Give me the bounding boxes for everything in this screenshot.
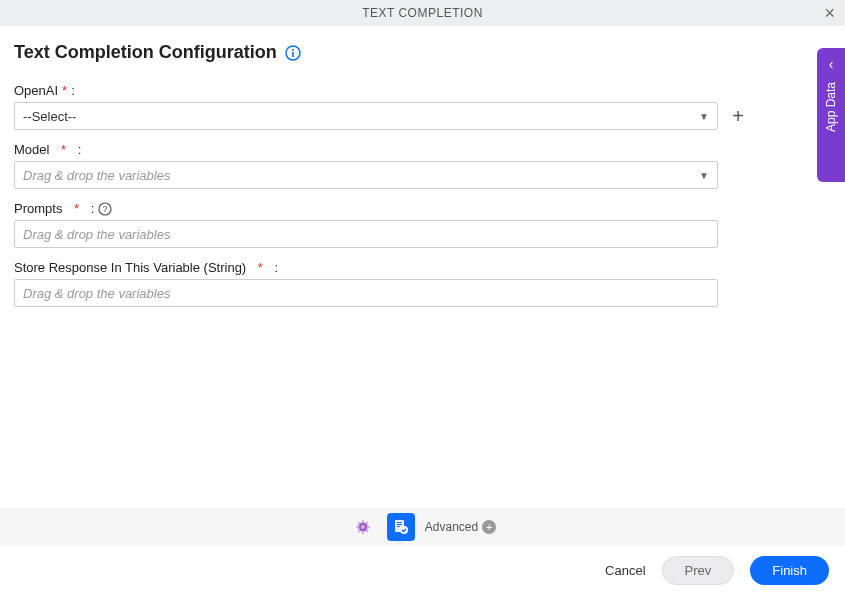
model-label-text: Model	[14, 142, 49, 157]
cancel-button[interactable]: Cancel	[605, 563, 645, 578]
prompts-input[interactable]: Drag & drop the variables	[14, 220, 718, 248]
openai-select-value: --Select--	[23, 109, 699, 124]
gear-icon[interactable]	[349, 513, 377, 541]
colon: :	[71, 83, 75, 98]
prev-button[interactable]: Prev	[662, 556, 735, 585]
openai-label: OpenAI*:	[14, 83, 831, 98]
prompts-field: Prompts * : ? Drag & drop the variables	[14, 201, 831, 248]
page-title: Text Completion Configuration	[14, 42, 277, 63]
close-icon[interactable]: ×	[824, 4, 835, 22]
finish-button[interactable]: Finish	[750, 556, 829, 585]
openai-row: --Select-- ▼ +	[14, 102, 831, 130]
footer: Cancel Prev Finish	[0, 546, 845, 594]
svg-rect-8	[397, 526, 400, 527]
app-data-tab[interactable]: ‹ App Data	[817, 48, 845, 182]
required-mark: *	[258, 260, 263, 275]
form-body: Text Completion Configuration OpenAI*: -…	[0, 26, 845, 307]
store-response-placeholder: Drag & drop the variables	[23, 286, 170, 301]
chevron-down-icon: ▼	[699, 170, 709, 181]
info-icon[interactable]	[285, 45, 301, 61]
model-field: Model * : Drag & drop the variables ▼	[14, 142, 831, 189]
store-response-input[interactable]: Drag & drop the variables	[14, 279, 718, 307]
chevron-left-icon: ‹	[829, 56, 834, 72]
required-mark: *	[61, 142, 66, 157]
app-data-label: App Data	[824, 82, 838, 132]
prompts-label: Prompts * : ?	[14, 201, 831, 216]
advanced-toggle[interactable]: Advanced +	[425, 520, 496, 534]
add-openai-button[interactable]: +	[726, 104, 750, 128]
colon: :	[91, 201, 95, 216]
colon: :	[275, 260, 279, 275]
required-mark: *	[74, 201, 79, 216]
plus-circle-icon: +	[482, 520, 496, 534]
openai-label-text: OpenAI	[14, 83, 58, 98]
toolbar: Advanced +	[0, 508, 845, 546]
store-response-label: Store Response In This Variable (String)…	[14, 260, 831, 275]
prompts-label-text: Prompts	[14, 201, 62, 216]
openai-select[interactable]: --Select-- ▼	[14, 102, 718, 130]
advanced-label-text: Advanced	[425, 520, 478, 534]
openai-field: OpenAI*: --Select-- ▼ +	[14, 83, 831, 130]
dialog-header: TEXT COMPLETION ×	[0, 0, 845, 26]
required-mark: *	[62, 83, 67, 98]
svg-point-1	[292, 49, 294, 51]
help-icon[interactable]: ?	[98, 202, 112, 216]
prompts-placeholder: Drag & drop the variables	[23, 227, 170, 242]
model-select[interactable]: Drag & drop the variables ▼	[14, 161, 718, 189]
svg-text:?: ?	[103, 204, 108, 214]
svg-rect-6	[397, 522, 402, 523]
svg-rect-2	[292, 52, 294, 57]
model-label: Model * :	[14, 142, 831, 157]
store-response-label-text: Store Response In This Variable (String)	[14, 260, 246, 275]
store-response-field: Store Response In This Variable (String)…	[14, 260, 831, 307]
dialog-title: TEXT COMPLETION	[362, 6, 483, 20]
model-placeholder: Drag & drop the variables	[23, 168, 699, 183]
svg-rect-7	[397, 524, 402, 525]
colon: :	[78, 142, 82, 157]
page-title-row: Text Completion Configuration	[14, 42, 831, 63]
document-check-icon[interactable]	[387, 513, 415, 541]
chevron-down-icon: ▼	[699, 111, 709, 122]
